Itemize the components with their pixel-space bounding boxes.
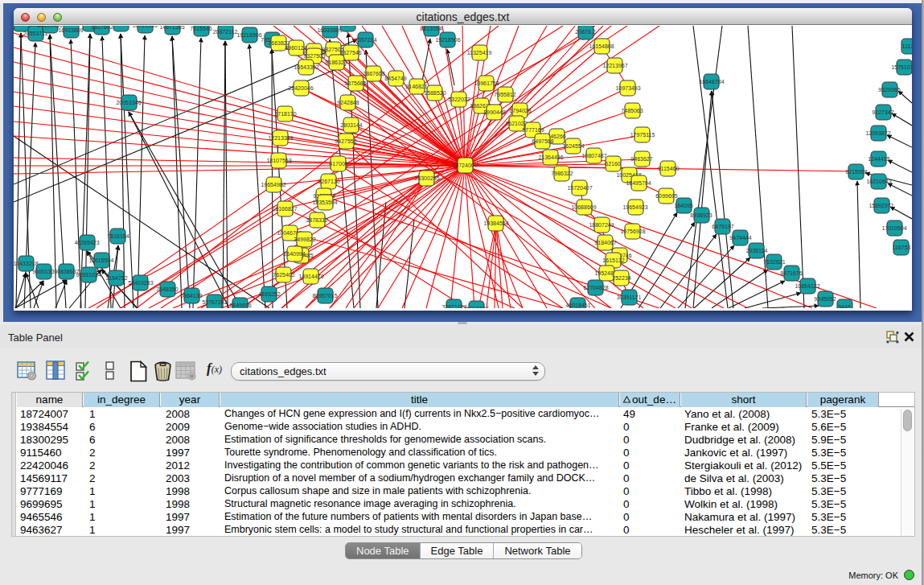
svg-text:19218506: 19218506 bbox=[435, 37, 460, 43]
svg-text:48018451: 48018451 bbox=[565, 303, 590, 308]
svg-text:62160: 62160 bbox=[605, 161, 621, 167]
svg-text:21364436: 21364436 bbox=[538, 154, 563, 160]
svg-text:9329965: 9329965 bbox=[878, 87, 900, 93]
svg-text:14671355: 14671355 bbox=[159, 26, 184, 30]
svg-text:3267130: 3267130 bbox=[318, 179, 339, 184]
svg-text:11123: 11123 bbox=[902, 43, 912, 49]
svg-text:12353594: 12353594 bbox=[312, 200, 337, 205]
svg-text:53419283: 53419283 bbox=[128, 280, 153, 286]
svg-text:16933809: 16933809 bbox=[58, 27, 83, 33]
svg-text:9242848: 9242848 bbox=[337, 100, 359, 105]
svg-text:6966160: 6966160 bbox=[109, 26, 131, 27]
svg-text:15692971: 15692971 bbox=[869, 203, 893, 208]
svg-text:62704828: 62704828 bbox=[583, 285, 608, 290]
svg-text:95931034: 95931034 bbox=[76, 272, 101, 278]
svg-text:3624554: 3624554 bbox=[562, 143, 584, 149]
svg-text:40265423: 40265423 bbox=[74, 240, 99, 245]
svg-text:9463627: 9463627 bbox=[630, 156, 652, 162]
svg-text:18495794: 18495794 bbox=[626, 180, 651, 186]
svg-text:23300295: 23300295 bbox=[414, 175, 439, 181]
svg-text:2935114: 2935114 bbox=[746, 248, 768, 253]
svg-text:8849696: 8849696 bbox=[229, 303, 251, 308]
svg-text:19166827: 19166827 bbox=[272, 206, 297, 212]
svg-text:3878332: 3878332 bbox=[306, 217, 327, 223]
svg-text:417006: 417006 bbox=[329, 161, 347, 167]
svg-text:19654982: 19654982 bbox=[261, 182, 285, 187]
svg-text:7357224: 7357224 bbox=[355, 37, 376, 43]
svg-text:18807249: 18807249 bbox=[589, 222, 614, 228]
svg-text:5322037: 5322037 bbox=[448, 97, 470, 102]
svg-text:1615132: 1615132 bbox=[602, 257, 624, 263]
svg-text:9115460: 9115460 bbox=[658, 166, 680, 171]
svg-text:9327546: 9327546 bbox=[339, 50, 361, 56]
svg-text:7515546: 7515546 bbox=[190, 26, 211, 31]
svg-text:7986322: 7986322 bbox=[551, 171, 573, 176]
svg-text:9227342: 9227342 bbox=[872, 109, 893, 115]
svg-text:30391171: 30391171 bbox=[617, 295, 642, 300]
svg-text:80957015: 80957015 bbox=[312, 293, 337, 299]
svg-text:164095: 164095 bbox=[674, 203, 692, 208]
svg-text:3499822: 3499822 bbox=[294, 237, 315, 242]
svg-text:19384554: 19384554 bbox=[483, 220, 508, 226]
svg-text:8813054: 8813054 bbox=[420, 26, 441, 31]
svg-text:10756928: 10756928 bbox=[620, 229, 645, 234]
svg-text:2867608: 2867608 bbox=[363, 71, 384, 76]
svg-text:252234: 252234 bbox=[612, 275, 630, 281]
svg-text:9184067: 9184067 bbox=[594, 240, 616, 245]
svg-text:1640994: 1640994 bbox=[283, 251, 305, 257]
svg-text:10961758: 10961758 bbox=[474, 80, 499, 86]
svg-text:116753: 116753 bbox=[893, 245, 911, 250]
svg-text:6794028: 6794028 bbox=[509, 108, 531, 113]
svg-text:10853809: 10853809 bbox=[335, 26, 360, 27]
svg-text:11325419: 11325419 bbox=[467, 50, 492, 56]
svg-text:2803144: 2803144 bbox=[340, 122, 362, 128]
svg-text:9777169: 9777169 bbox=[522, 127, 544, 133]
svg-text:9427552: 9427552 bbox=[335, 138, 356, 144]
svg-text:12213967: 12213967 bbox=[602, 63, 627, 68]
svg-text:10688609: 10688609 bbox=[571, 204, 596, 210]
svg-text:6479197: 6479197 bbox=[712, 224, 733, 229]
svg-text:15720407: 15720407 bbox=[567, 185, 592, 191]
svg-text:22420046: 22420046 bbox=[288, 85, 313, 91]
svg-text:6497568: 6497568 bbox=[532, 138, 553, 144]
svg-text:0564139: 0564139 bbox=[180, 293, 202, 299]
svg-text:20872112: 20872112 bbox=[213, 29, 238, 35]
svg-text:8186323: 8186323 bbox=[325, 60, 347, 65]
svg-text:10433218: 10433218 bbox=[14, 261, 39, 266]
svg-text:16154808: 16154808 bbox=[589, 43, 614, 49]
svg-text:16033809: 16033809 bbox=[317, 27, 342, 33]
svg-text:20053346: 20053346 bbox=[116, 100, 141, 105]
svg-text:17975115: 17975115 bbox=[630, 132, 655, 138]
svg-text:12213389: 12213389 bbox=[268, 135, 293, 141]
svg-text:8471676: 8471676 bbox=[780, 270, 802, 276]
svg-text:10973493: 10973493 bbox=[615, 85, 640, 91]
svg-text:7625402: 7625402 bbox=[273, 272, 294, 278]
svg-text:7632621: 7632621 bbox=[763, 259, 785, 265]
svg-text:9245052: 9245052 bbox=[814, 296, 836, 302]
svg-text:6099695: 6099695 bbox=[655, 193, 677, 199]
svg-text:12093872: 12093872 bbox=[865, 130, 890, 136]
svg-text:17010504: 17010504 bbox=[881, 225, 906, 231]
svg-text:8938923: 8938923 bbox=[690, 212, 712, 218]
svg-text:1621022: 1621022 bbox=[505, 121, 527, 126]
svg-text:16210643: 16210643 bbox=[866, 179, 891, 184]
svg-text:1588520: 1588520 bbox=[424, 90, 446, 96]
svg-text:1244415: 1244415 bbox=[868, 156, 889, 162]
svg-text:7648350: 7648350 bbox=[156, 286, 178, 292]
svg-text:3164752: 3164752 bbox=[105, 275, 127, 281]
svg-text:16648784: 16648784 bbox=[699, 79, 724, 84]
svg-text:8990448: 8990448 bbox=[483, 109, 505, 115]
svg-text:9600133: 9600133 bbox=[32, 269, 54, 274]
svg-text:7485063: 7485063 bbox=[621, 108, 643, 113]
svg-text:16543392: 16543392 bbox=[294, 64, 318, 70]
svg-text:14914479: 14914479 bbox=[298, 274, 323, 279]
svg-text:20876.2: 20876.2 bbox=[575, 29, 595, 35]
svg-text:9146821: 9146821 bbox=[405, 84, 427, 89]
svg-text:2718170: 2718170 bbox=[274, 111, 296, 117]
svg-text:7955812: 7955812 bbox=[494, 92, 515, 97]
svg-text:10807487: 10807487 bbox=[581, 153, 606, 159]
svg-text:5875685: 5875685 bbox=[344, 80, 366, 86]
svg-text:9215958: 9215958 bbox=[845, 169, 867, 175]
svg-text:10719135: 10719135 bbox=[132, 26, 157, 28]
svg-text:9445: 9445 bbox=[838, 304, 851, 308]
